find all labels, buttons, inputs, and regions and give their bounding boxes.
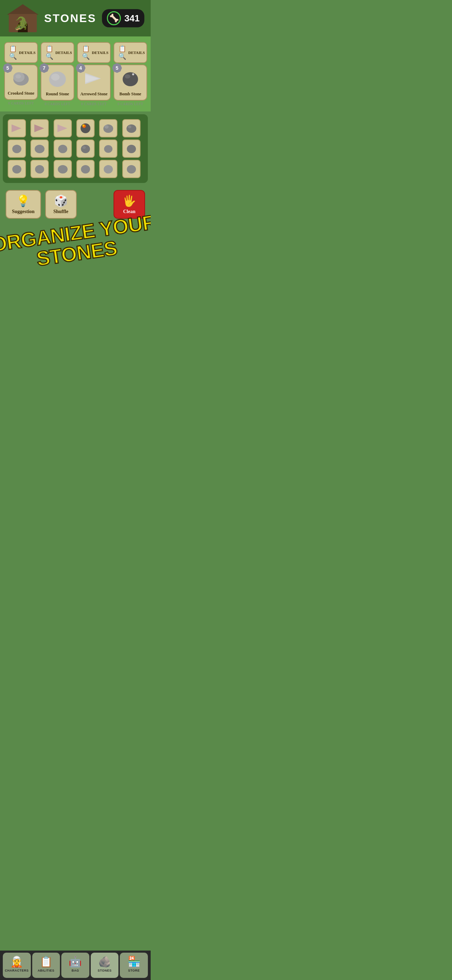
shuffle-button[interactable]: 🎲 Shuffle xyxy=(45,190,77,219)
svg-point-23 xyxy=(81,145,90,153)
svg-marker-12 xyxy=(57,124,67,132)
details-icon-round: 📋🔍 xyxy=(46,45,53,60)
details-icon: 📋🔍 xyxy=(9,45,17,60)
svg-point-8 xyxy=(125,74,131,78)
cards-left-bomb: 0 Cards Left xyxy=(118,102,143,106)
header: 🐊 STONES 🦴 341 xyxy=(0,0,151,37)
cards-section: 📋🔍 Details 5 Crooked Stone 0 Cards Left xyxy=(0,37,151,111)
grid-cell[interactable] xyxy=(30,119,49,137)
clean-button[interactable]: 🖐️ Clean xyxy=(113,190,145,219)
svg-point-9 xyxy=(132,73,134,75)
svg-point-22 xyxy=(58,145,67,153)
stone-card-round[interactable]: 7 Round Stone xyxy=(41,65,74,100)
svg-point-26 xyxy=(127,145,136,153)
svg-point-19 xyxy=(128,126,131,128)
grid-cell[interactable] xyxy=(99,119,118,137)
grid-cell[interactable] xyxy=(99,160,118,178)
bone-icon: 🦴 xyxy=(109,14,119,23)
svg-point-18 xyxy=(126,124,136,133)
grid-cell[interactable] xyxy=(122,160,140,178)
details-label-round: Details xyxy=(56,51,72,55)
svg-point-25 xyxy=(104,145,113,153)
stone-grid xyxy=(8,119,143,178)
page-title: STONES xyxy=(44,12,96,25)
organize-line2: Stones xyxy=(0,232,151,275)
bone-icon-circle: 🦴 xyxy=(107,11,121,25)
svg-point-7 xyxy=(123,72,138,86)
svg-point-15 xyxy=(82,124,84,127)
grid-cell[interactable] xyxy=(122,140,140,158)
stone-card-arrowed[interactable]: 4 Arrowed Stone xyxy=(77,65,111,100)
grid-cell[interactable] xyxy=(8,140,26,158)
stone-image-crooked xyxy=(11,69,32,89)
grid-cell[interactable] xyxy=(76,119,95,137)
cards-row: 📋🔍 Details 5 Crooked Stone 0 Cards Left xyxy=(4,42,146,106)
cards-left-crooked: 0 Cards Left xyxy=(8,101,33,105)
svg-point-29 xyxy=(58,165,68,173)
clean-label: Clean xyxy=(123,209,135,215)
svg-point-17 xyxy=(104,125,108,129)
stone-badge-bomb: 5 xyxy=(112,63,122,73)
stone-image-round xyxy=(47,69,68,90)
grid-cell[interactable] xyxy=(54,140,72,158)
card-wrapper-crooked: 📋🔍 Details 5 Crooked Stone 0 Cards Left xyxy=(4,42,38,106)
svg-point-28 xyxy=(35,165,44,173)
svg-marker-10 xyxy=(11,124,21,132)
stone-image-arrowed xyxy=(83,69,104,90)
grid-cell[interactable] xyxy=(8,119,26,137)
grid-cell[interactable] xyxy=(54,160,72,178)
svg-point-13 xyxy=(81,123,91,133)
stone-name-crooked: Crooked Stone xyxy=(8,91,34,96)
stone-grid-section xyxy=(3,114,148,183)
details-button-crooked[interactable]: 📋🔍 Details xyxy=(4,42,38,63)
svg-point-24 xyxy=(82,146,86,149)
details-label-crooked: Details xyxy=(19,51,35,55)
details-icon-arrowed: 📋🔍 xyxy=(82,45,90,60)
stone-name-round: Round Stone xyxy=(46,91,69,97)
svg-point-4 xyxy=(51,73,60,81)
svg-marker-11 xyxy=(34,124,44,132)
details-icon-bomb: 📋🔍 xyxy=(118,45,126,60)
stone-name-bomb: Bomb Stone xyxy=(119,91,141,97)
svg-point-32 xyxy=(127,165,136,173)
card-wrapper-arrowed: 📋🔍 Details 4 Arrowed Stone 0 Cards Left xyxy=(77,42,111,106)
cards-left-round: 0 Cards Left xyxy=(45,102,70,106)
svg-point-30 xyxy=(81,165,90,173)
dog-character: 🐊 xyxy=(13,16,29,31)
stone-card-crooked[interactable]: 5 Crooked Stone xyxy=(4,65,38,100)
stone-name-arrowed: Arrowed Stone xyxy=(80,91,107,97)
grid-cell[interactable] xyxy=(54,119,72,137)
stones-counter: 🦴 341 xyxy=(102,9,144,27)
grid-cell[interactable] xyxy=(122,119,140,137)
details-button-arrowed[interactable]: 📋🔍 Details xyxy=(77,42,111,63)
cards-left-arrowed: 0 Cards Left xyxy=(81,102,107,106)
svg-point-27 xyxy=(12,165,21,173)
stone-card-bomb[interactable]: 5 Bomb Stone xyxy=(113,65,147,100)
grid-cell[interactable] xyxy=(30,160,49,178)
suggestion-label: Suggestion xyxy=(12,209,35,215)
house-roof xyxy=(7,4,38,15)
suggestion-icon: 💡 xyxy=(16,194,30,207)
stone-image-bomb xyxy=(120,69,141,90)
grid-cell[interactable] xyxy=(76,140,95,158)
grid-cell[interactable] xyxy=(8,160,26,178)
svg-point-21 xyxy=(35,145,45,153)
details-label-bomb: Details xyxy=(128,51,145,55)
grid-cell[interactable] xyxy=(76,160,95,178)
card-wrapper-bomb: 📋🔍 Details 5 Bomb Stone 0 Cards Left xyxy=(113,42,147,106)
details-button-round[interactable]: 📋🔍 Details xyxy=(41,42,74,63)
shuffle-icon: 🎲 xyxy=(54,194,68,207)
grid-cell[interactable] xyxy=(99,140,118,158)
grid-cell[interactable] xyxy=(30,140,49,158)
svg-point-16 xyxy=(103,124,113,133)
suggestion-button[interactable]: 💡 Suggestion xyxy=(6,190,41,219)
svg-point-20 xyxy=(12,145,21,153)
svg-point-31 xyxy=(104,165,113,173)
details-label-arrowed: Details xyxy=(92,51,108,55)
shuffle-label: Shuffle xyxy=(53,209,68,215)
details-button-bomb[interactable]: 📋🔍 Details xyxy=(113,42,147,63)
svg-point-2 xyxy=(16,74,21,78)
actions-section: 💡 Suggestion 🎲 Shuffle 🖐️ Clean xyxy=(0,186,151,223)
dog-house: 🐊 xyxy=(7,4,38,32)
clean-icon: 🖐️ xyxy=(122,194,136,207)
